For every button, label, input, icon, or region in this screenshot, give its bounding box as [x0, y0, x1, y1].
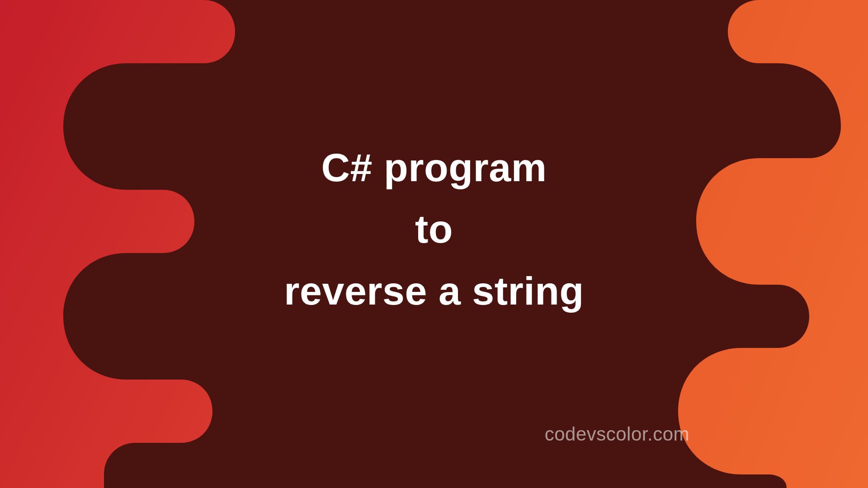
- right-blob-shape: [678, 0, 868, 488]
- title-line-1: C# program: [284, 137, 584, 198]
- banner-canvas: C# program to reverse a string codevscol…: [0, 0, 868, 488]
- title-block: C# program to reverse a string: [284, 137, 584, 322]
- left-blob-shape: [0, 0, 235, 488]
- title-line-3: reverse a string: [284, 260, 584, 321]
- site-watermark: codevscolor.com: [545, 423, 689, 445]
- title-line-2: to: [284, 198, 584, 260]
